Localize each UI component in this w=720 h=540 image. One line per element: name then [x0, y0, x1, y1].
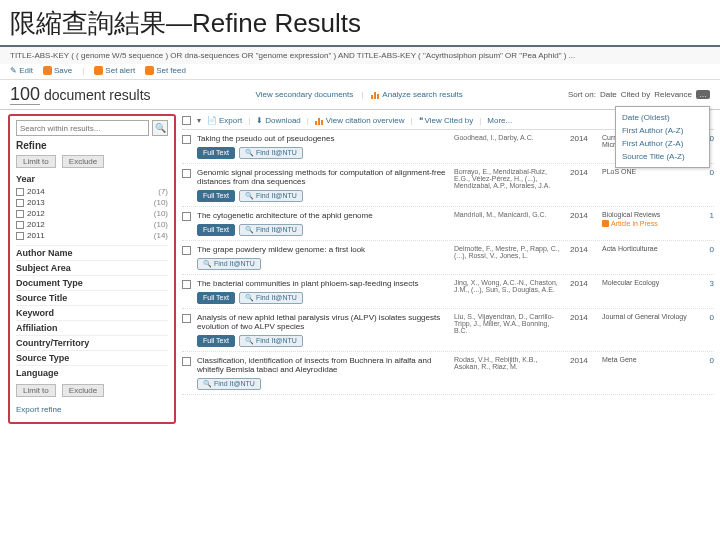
result-title[interactable]: The cytogenetic architecture of the aphi…	[197, 211, 448, 220]
result-checkbox[interactable]	[182, 169, 191, 178]
result-checkbox[interactable]	[182, 314, 191, 323]
result-cited-count[interactable]: 0	[698, 313, 714, 347]
facet-header[interactable]: Source Title	[16, 290, 168, 305]
find-it-chip[interactable]: 🔍 Find It@NTU	[239, 147, 303, 159]
sort-relevance[interactable]: Relevance	[654, 90, 692, 99]
result-authors: Borrayo, E., Mendizabal-Ruiz, E.G., Véle…	[454, 168, 564, 202]
result-source: Molecular Ecology	[602, 279, 692, 304]
export-button[interactable]: 📄 Export	[207, 116, 242, 125]
sort-control: Sort on: Date Cited by Relevance … Date …	[568, 90, 710, 99]
result-cited-count[interactable]: 0	[698, 245, 714, 270]
result-authors: Liu, S., Vijayendran, D., Carrillo-Tripp…	[454, 313, 564, 347]
limit-to-button[interactable]: Limit to	[16, 155, 56, 168]
facet-header[interactable]: Source Type	[16, 350, 168, 365]
set-feed-link[interactable]: Set feed	[145, 66, 186, 75]
view-secondary-docs[interactable]: View secondary documents	[256, 90, 354, 99]
save-link[interactable]: Save	[43, 66, 72, 75]
find-it-chip[interactable]: 🔍 Find It@NTU	[239, 292, 303, 304]
sort-citedby[interactable]: Cited by	[621, 90, 650, 99]
view-citation-overview[interactable]: View citation overview	[315, 116, 405, 125]
result-cited-count[interactable]: 0	[698, 356, 714, 390]
result-checkbox[interactable]	[182, 135, 191, 144]
bar-chart-icon	[371, 91, 380, 99]
result-source: Journal of General Virology	[602, 313, 692, 347]
download-button[interactable]: ⬇ Download	[256, 116, 301, 125]
find-it-chip[interactable]: 🔍 Find It@NTU	[239, 190, 303, 202]
facet-year-item[interactable]: 2012(10)	[16, 208, 168, 219]
facet-header[interactable]: Country/Territory	[16, 335, 168, 350]
result-checkbox[interactable]	[182, 212, 191, 221]
facet-header[interactable]: Document Type	[16, 275, 168, 290]
query-string: TITLE-ABS-KEY ( ( genome W/5 sequence ) …	[0, 47, 720, 64]
checkbox-icon[interactable]	[16, 232, 24, 240]
checkbox-icon[interactable]	[16, 188, 24, 196]
result-cited-count[interactable]: 0	[698, 168, 714, 202]
result-title[interactable]: The grape powdery mildew genome: a first…	[197, 245, 448, 254]
sort-option[interactable]: First Author (A-Z)	[622, 124, 703, 137]
analyze-results[interactable]: Analyze search results	[371, 90, 462, 99]
facet-header[interactable]: Keyword	[16, 305, 168, 320]
bar-chart-icon	[315, 117, 324, 125]
checkbox-icon[interactable]	[16, 199, 24, 207]
facet-header[interactable]: Subject Area	[16, 260, 168, 275]
facet-year-item[interactable]: 2014(7)	[16, 186, 168, 197]
result-source: PLoS ONE	[602, 168, 692, 202]
results-count: 100 document results	[10, 84, 151, 105]
result-year: 2014	[570, 356, 596, 390]
result-row: Analysis of new aphid lethal paralysis v…	[182, 309, 714, 352]
facet-header[interactable]: Author Name	[16, 245, 168, 260]
result-year: 2014	[570, 245, 596, 270]
full-text-chip[interactable]: Full Text	[197, 147, 235, 159]
find-it-chip[interactable]: 🔍 Find It@NTU	[239, 224, 303, 236]
checkbox-icon[interactable]	[16, 221, 24, 229]
find-it-chip[interactable]: 🔍 Find It@NTU	[197, 258, 261, 270]
exclude-button[interactable]: Exclude	[62, 155, 104, 168]
limit-to-button[interactable]: Limit to	[16, 384, 56, 397]
find-it-chip[interactable]: 🔍 Find It@NTU	[239, 335, 303, 347]
sort-date[interactable]: Date	[600, 90, 617, 99]
result-checkbox[interactable]	[182, 246, 191, 255]
refine-heading: Refine	[16, 140, 168, 151]
select-all-checkbox[interactable]	[182, 116, 191, 125]
result-authors: Goodhead, I., Darby, A.C.	[454, 134, 564, 159]
result-source: Biological ReviewsArticle in Press	[602, 211, 692, 236]
sort-option[interactable]: Source Title (A-Z)	[622, 150, 703, 163]
result-row: The grape powdery mildew genome: a first…	[182, 241, 714, 275]
sort-option[interactable]: First Author (Z-A)	[622, 137, 703, 150]
facet-year-item[interactable]: 2011(14)	[16, 230, 168, 241]
full-text-chip[interactable]: Full Text	[197, 190, 235, 202]
export-refine-link[interactable]: Export refine	[16, 401, 168, 418]
more-menu[interactable]: More...	[487, 116, 512, 125]
result-source: Acta Horticulturae	[602, 245, 692, 270]
result-title[interactable]: Classification, identification of insect…	[197, 356, 448, 374]
edit-link[interactable]: ✎ Edit	[10, 66, 33, 75]
result-checkbox[interactable]	[182, 357, 191, 366]
result-title[interactable]: Taking the pseudo out of pseudogenes	[197, 134, 448, 143]
facet-year-item[interactable]: 2013(10)	[16, 197, 168, 208]
checkbox-icon[interactable]	[16, 210, 24, 218]
result-checkbox[interactable]	[182, 280, 191, 289]
exclude-button[interactable]: Exclude	[62, 384, 104, 397]
view-cited-by[interactable]: ❝ View Cited by	[419, 116, 474, 125]
result-source: Meta Gene	[602, 356, 692, 390]
facet-year-title: Year	[16, 174, 168, 184]
full-text-chip[interactable]: Full Text	[197, 335, 235, 347]
sort-more-button[interactable]: …	[696, 90, 710, 99]
search-within-button[interactable]: 🔍	[152, 120, 168, 136]
full-text-chip[interactable]: Full Text	[197, 224, 235, 236]
result-year: 2014	[570, 168, 596, 202]
result-title[interactable]: The bacterial communities in plant phloe…	[197, 279, 448, 288]
facet-year-item[interactable]: 2012(10)	[16, 219, 168, 230]
result-cited-count[interactable]: 3	[698, 279, 714, 304]
result-authors: Jing, X., Wong, A.C.-N., Chaston, J.M., …	[454, 279, 564, 304]
result-cited-count[interactable]: 1	[698, 211, 714, 236]
result-title[interactable]: Genomic signal processing methods for co…	[197, 168, 448, 186]
result-title[interactable]: Analysis of new aphid lethal paralysis v…	[197, 313, 448, 331]
find-it-chip[interactable]: 🔍 Find It@NTU	[197, 378, 261, 390]
full-text-chip[interactable]: Full Text	[197, 292, 235, 304]
facet-header[interactable]: Affiliation	[16, 320, 168, 335]
set-alert-link[interactable]: Set alert	[94, 66, 135, 75]
facet-header[interactable]: Language	[16, 365, 168, 380]
search-within-input[interactable]	[16, 120, 149, 136]
sort-option[interactable]: Date (Oldest)	[622, 111, 703, 124]
